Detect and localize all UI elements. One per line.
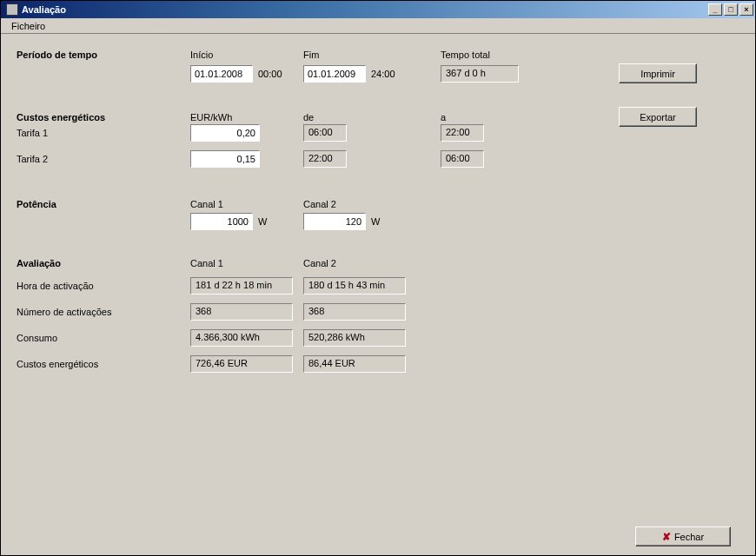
custos-canal1-value: 726,46 EUR bbox=[190, 355, 293, 373]
maximize-button[interactable]: □ bbox=[724, 3, 738, 16]
fechar-label: Fechar bbox=[674, 532, 704, 542]
hora-canal2-value: 180 d 15 h 43 min bbox=[303, 277, 406, 295]
potencia-canal2-field[interactable] bbox=[303, 213, 366, 230]
potencia-canal1-unit: W bbox=[258, 216, 267, 227]
close-window-button[interactable]: × bbox=[739, 3, 753, 16]
consumo-canal1-value: 4.366,300 kWh bbox=[190, 329, 293, 347]
custos-canal2-value: 86,44 EUR bbox=[303, 355, 406, 373]
inicio-label: Início bbox=[190, 50, 213, 60]
fim-field[interactable] bbox=[303, 65, 366, 83]
num-activacoes-label: Número de activações bbox=[17, 307, 111, 317]
potencia-canal2-unit: W bbox=[371, 216, 380, 227]
custos-row-label: Custos energéticos bbox=[17, 359, 98, 369]
de-label: de bbox=[303, 112, 314, 122]
tarifa1-de-value: 06:00 bbox=[303, 124, 347, 142]
eurkwh-label: EUR/kWh bbox=[190, 112, 232, 122]
window: Avaliação _ □ × Ficheiro Período de temp… bbox=[0, 0, 756, 556]
tarifa1-a-value: 22:00 bbox=[441, 124, 484, 142]
close-icon: ✘ bbox=[662, 533, 671, 541]
titlebar: Avaliação _ □ × bbox=[1, 1, 755, 18]
menu-ficheiro[interactable]: Ficheiro bbox=[6, 19, 50, 33]
window-title: Avaliação bbox=[22, 4, 66, 15]
avaliacao-canal2-label: Canal 2 bbox=[303, 258, 336, 268]
consumo-canal2-value: 520,286 kWh bbox=[303, 329, 406, 347]
window-controls: _ □ × bbox=[706, 3, 753, 16]
potencia-canal1-field[interactable] bbox=[190, 213, 253, 230]
tarifa2-rate-field[interactable] bbox=[190, 150, 260, 168]
minimize-button[interactable]: _ bbox=[708, 3, 722, 16]
tarifa1-label: Tarifa 1 bbox=[17, 128, 48, 138]
avaliacao-canal1-label: Canal 1 bbox=[190, 258, 223, 268]
potencia-canal1-label: Canal 1 bbox=[190, 199, 223, 209]
nact-canal2-value: 368 bbox=[303, 303, 406, 321]
consumo-label: Consumo bbox=[17, 333, 57, 343]
tarifa2-de-value: 22:00 bbox=[303, 150, 347, 168]
tarifa1-rate-field[interactable] bbox=[190, 124, 260, 142]
tempo-total-label: Tempo total bbox=[441, 50, 490, 60]
inicio-time: 00:00 bbox=[258, 69, 282, 79]
hora-activacao-label: Hora de activação bbox=[17, 281, 94, 291]
nact-canal1-value: 368 bbox=[190, 303, 293, 321]
periodo-heading: Período de tempo bbox=[17, 50, 97, 60]
fechar-button[interactable]: ✘ Fechar bbox=[635, 526, 731, 546]
tarifa2-label: Tarifa 2 bbox=[17, 154, 48, 164]
a-label: a bbox=[441, 112, 446, 122]
potencia-canal2-label: Canal 2 bbox=[303, 199, 336, 209]
fim-label: Fim bbox=[303, 50, 319, 60]
menubar: Ficheiro bbox=[1, 18, 755, 34]
inicio-field[interactable] bbox=[190, 65, 253, 83]
app-icon bbox=[6, 3, 18, 16]
hora-canal1-value: 181 d 22 h 18 min bbox=[190, 277, 293, 295]
imprimir-button[interactable]: Imprimir bbox=[619, 63, 697, 83]
fim-time: 24:00 bbox=[371, 69, 395, 79]
avaliacao-heading: Avaliação bbox=[17, 258, 61, 268]
potencia-heading: Potência bbox=[17, 199, 56, 209]
content: Período de tempo Início Fim Tempo total … bbox=[1, 34, 755, 555]
custos-heading: Custos energéticos bbox=[17, 112, 105, 122]
tempo-total-value: 367 d 0 h bbox=[441, 65, 519, 83]
tarifa2-a-value: 06:00 bbox=[441, 150, 484, 168]
